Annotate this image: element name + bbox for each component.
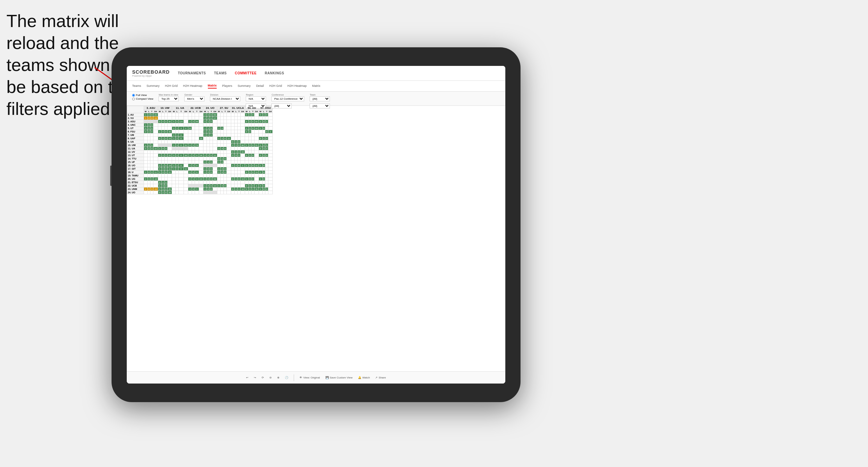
sh-asu-d: Dif — [153, 110, 158, 113]
matrix-corner-header — [127, 106, 144, 113]
sh-uw-w: W — [158, 110, 162, 113]
row-label-uaf: 8. UAF — [127, 137, 144, 140]
save-custom-btn[interactable]: 💾 Save Custom View — [326, 376, 353, 379]
conference-select[interactable]: Pac-12 Conference — [271, 96, 304, 101]
team-label: Team — [310, 94, 330, 96]
max-teams-select[interactable]: Top 25 — [159, 96, 179, 101]
save-custom-label: Save Custom View — [330, 376, 353, 379]
team-filter: Team (All) (All) — [310, 94, 330, 108]
team-select[interactable]: (All) — [310, 96, 330, 101]
sh-uo-t: T — [210, 110, 213, 113]
full-view-radio[interactable]: Full View — [132, 94, 153, 97]
tablet-device: SCOREBOARD Powered by clippd TOURNAMENTS… — [112, 47, 521, 402]
row-label-9ua: 9. UA — [127, 140, 144, 144]
row-label-ug: 20. UG — [127, 177, 144, 181]
row-uw: 10. UW 400 13031 4173 21066 12051 145 — [127, 144, 273, 147]
team-select2[interactable]: (All) — [310, 103, 330, 108]
sh-ucla-l: L — [235, 110, 238, 113]
zoom-out-btn[interactable]: ⊖ — [269, 376, 272, 379]
tab-players[interactable]: Players — [222, 84, 232, 88]
tablet-screen: SCOREBOARD Powered by clippd TOURNAMENTS… — [127, 66, 505, 384]
sh-ua-l: L — [176, 110, 179, 113]
sh-osu-l: L — [262, 110, 265, 113]
gender-filter: Gender Men's — [184, 94, 204, 101]
nav-tournaments[interactable]: TOURNAMENTS — [178, 71, 206, 75]
row-ug: 20. UG 010-34 01023 10046 01013 100 10 — [127, 177, 273, 181]
tab-summary[interactable]: Summary — [147, 84, 160, 88]
row-11ua: 11. UA 01010 100 340 030 — [127, 147, 273, 150]
sh-asu-t: T — [150, 110, 153, 113]
logo-subtitle: Powered by clippd — [132, 75, 170, 77]
tab-summary2[interactable]: Summary — [238, 84, 251, 88]
nav-items: TOURNAMENTS TEAMS COMMITTEE RANKINGS — [178, 71, 284, 75]
sh-ucb-w: W — [188, 110, 192, 113]
gender-label: Gender — [184, 94, 204, 96]
row-label-13ut: 13. UT — [127, 154, 144, 157]
sh-ucla-w: W — [231, 110, 235, 113]
max-teams-filter: Max teams in view Top 25 — [159, 94, 179, 101]
col-header-ucb: 22. UCB — [188, 106, 203, 110]
row-label-asu: 3. ASU — [127, 120, 144, 123]
matrix-table: 3. ASU 10. UW 11. UA 22. UCB 24. UO 27. … — [127, 106, 273, 194]
refresh-btn[interactable]: ⟳ — [262, 376, 264, 379]
row-label-uw: 10. UW — [127, 144, 144, 147]
row-git: 17. GIT 10011 11011 100 100 — [127, 167, 273, 171]
sh-asu-l: L — [147, 110, 150, 113]
tab-h2h-grid2[interactable]: H2H Grid — [269, 84, 282, 88]
tablet-side-button — [110, 166, 112, 186]
row-fsu: 6. FSU 010 14035 110 01 02 — [127, 130, 273, 133]
compact-view-radio[interactable]: Compact View — [132, 97, 153, 100]
sh-su-d: Dif — [226, 110, 231, 113]
tab-teams[interactable]: Teams — [132, 84, 141, 88]
tab-h2h-heatmap2[interactable]: H2H Heatmap — [287, 84, 307, 88]
tab-h2h-heatmap[interactable]: H2H Heatmap — [183, 84, 202, 88]
share-btn[interactable]: ↗ Share — [375, 376, 386, 379]
row-unm: 23. UNM 200-23 20025 001 100 01118 01135… — [127, 188, 273, 191]
row-au: 1. AU 12023 20050 010 010 — [127, 113, 273, 117]
gender-select[interactable]: Men's — [184, 96, 204, 101]
row-label-au: 1. AU — [127, 113, 144, 117]
clock-btn[interactable]: 🕐 — [285, 376, 288, 379]
row-label-vu: 2. VU — [127, 117, 144, 120]
row-uo: 16. UO 210-14 120 110 1201 11011 10 — [127, 164, 273, 167]
sh-uu-d: Dif — [254, 110, 259, 113]
sh-su-w: W — [217, 110, 221, 113]
tab-h2h-grid[interactable]: H2H Grid — [165, 84, 178, 88]
row-label-unc: 4. UNC — [127, 123, 144, 127]
division-filter: Division NCAA Division I — [210, 94, 240, 101]
row-uaf: 8. UAF 01014 120 15 11011 010 — [127, 137, 273, 140]
region-select[interactable]: N/A — [246, 96, 266, 101]
col-header-uo: 24. UO — [203, 106, 217, 110]
sh-ua-d: Dif — [184, 110, 188, 113]
view-original-label: View: Original — [303, 376, 320, 379]
sh-su-t: T — [224, 110, 227, 113]
sh-ucb-d: Dif — [199, 110, 203, 113]
matrix-area[interactable]: 3. ASU 10. UW 11. UA 22. UCB 24. UO 27. … — [127, 106, 505, 371]
sh-uo-d: Dif — [213, 110, 217, 113]
undo-btn[interactable]: ↩ — [246, 376, 248, 379]
conference-select2[interactable]: (All) — [271, 103, 292, 108]
nav-committee[interactable]: COMMITTEE — [235, 71, 257, 75]
col-header-su: 27. SU — [217, 106, 231, 110]
sh-ucb-l: L — [192, 110, 195, 113]
row-label-fsu: 6. FSU — [127, 130, 144, 133]
sh-osu-w: W — [259, 110, 262, 113]
watch-btn[interactable]: 🔔 Watch — [358, 376, 370, 379]
row-label-etsu: 21. ETSU — [127, 181, 144, 184]
sh-uu-t: T — [251, 110, 255, 113]
view-original-btn[interactable]: 👁 View: Original — [299, 376, 320, 379]
division-select[interactable]: NCAA Division I — [210, 96, 240, 101]
sh-uo-w: W — [203, 110, 207, 113]
sh-uw-d: Dif — [167, 110, 172, 113]
tab-detail[interactable]: Detail — [256, 84, 264, 88]
redo-btn[interactable]: ↪ — [254, 376, 256, 379]
nav-teams[interactable]: TEAMS — [214, 71, 227, 75]
row-ttu: 14. TTU 010 — [127, 157, 273, 161]
tab-matrix2[interactable]: Matrix — [312, 84, 320, 88]
sh-uw-t: T — [165, 110, 168, 113]
nav-rankings[interactable]: RANKINGS — [265, 71, 284, 75]
row-label-uv: 12. UV — [127, 150, 144, 154]
tab-matrix[interactable]: Matrix — [208, 84, 217, 89]
col-header-osu: 57. OSU — [259, 106, 272, 110]
zoom-in-btn[interactable]: ⊕ — [277, 376, 280, 379]
